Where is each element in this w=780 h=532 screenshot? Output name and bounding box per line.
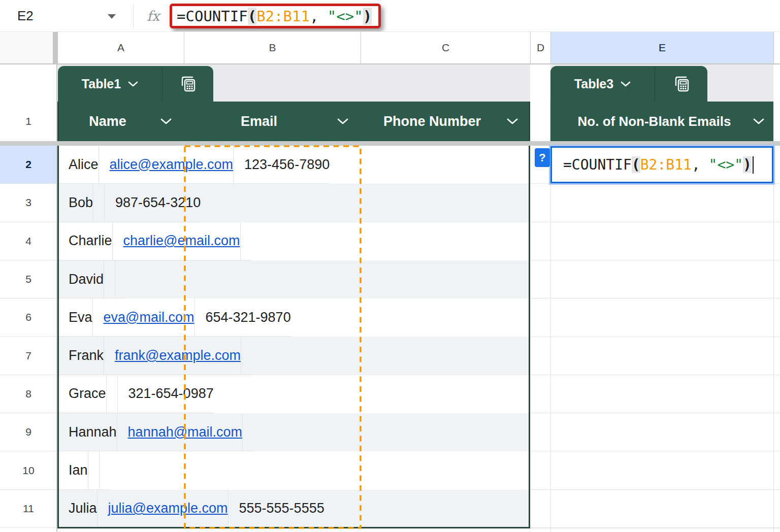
cell-name[interactable]: Julia — [58, 490, 97, 528]
formula-token-plain: , — [692, 156, 709, 173]
cell-name[interactable]: Charlie — [58, 222, 112, 260]
active-cell-e2-editor[interactable]: =COUNTIF(B2:B11, "<>") — [550, 146, 773, 183]
row-header[interactable]: 9 — [0, 413, 57, 451]
gridline — [550, 146, 551, 532]
corner-divider — [53, 32, 58, 63]
sheet-grid-empty[interactable] — [530, 146, 780, 528]
calculator-table-icon — [672, 75, 691, 93]
cell-email[interactable] — [93, 184, 104, 222]
cell-email[interactable] — [104, 260, 115, 298]
cell-name[interactable]: Grace — [58, 375, 106, 413]
select-all-corner[interactable] — [0, 32, 53, 63]
formula-token-range: B2:B11 — [256, 8, 310, 25]
cell-phone[interactable] — [99, 451, 110, 489]
name-value: Julia — [69, 501, 97, 516]
table1-tab-label: Table1 — [82, 77, 121, 91]
cell-email[interactable] — [88, 451, 99, 489]
text-cursor — [753, 156, 754, 174]
formula-token-plain: =COUNTIF — [177, 8, 248, 25]
name-value: Alice — [69, 157, 99, 173]
gridline — [773, 146, 774, 532]
formula-input[interactable]: =COUNTIF(B2:B11, "<>") — [177, 8, 372, 25]
formula-token-paren: ( — [632, 156, 640, 173]
column-header-strip: A B C D E — [0, 31, 780, 64]
name-value: Grace — [69, 386, 106, 402]
range-highlight-b2-b11 — [183, 144, 362, 529]
formula-token-paren: ( — [248, 8, 256, 25]
row-header[interactable]: 3 — [0, 184, 57, 222]
cell-name[interactable]: Hannah — [58, 413, 117, 451]
row-header[interactable]: 11 — [0, 490, 57, 528]
column-header-d[interactable]: D — [530, 32, 550, 63]
name-value: Hannah — [69, 424, 117, 440]
row-header-1[interactable]: 1 — [0, 102, 57, 141]
name-value: Bob — [69, 195, 93, 211]
cell-name[interactable]: Ian — [58, 451, 88, 489]
cell-name[interactable]: Frank — [58, 337, 104, 375]
cell-email[interactable] — [106, 375, 117, 413]
cell-d1[interactable] — [530, 102, 550, 141]
chevron-down-icon[interactable] — [337, 118, 348, 124]
name-box[interactable]: E2 — [17, 0, 34, 31]
column-header-b[interactable]: B — [184, 32, 361, 63]
cell-email[interactable]: eva@mail.com — [92, 298, 194, 337]
chevron-down-icon[interactable] — [621, 81, 631, 87]
formula-token-string: "<>" — [709, 156, 743, 173]
fx-icon: fx — [147, 0, 159, 31]
cell-name[interactable]: Eva — [58, 298, 92, 337]
name-value: David — [69, 272, 104, 287]
formula-token-range: B2:B11 — [640, 156, 692, 173]
spreadsheet-app: E2 fx =COUNTIF(B2:B11, "<>") A B C D E T… — [0, 0, 780, 532]
formula-token-plain: =COUNTIF — [563, 156, 632, 173]
formula-token-plain: , — [310, 8, 328, 25]
chevron-down-icon[interactable] — [753, 118, 764, 124]
table3-tab-label: Table3 — [574, 77, 613, 91]
email-link[interactable]: eva@mail.com — [104, 310, 194, 325]
annotation-red-box: =COUNTIF(B2:B11, "<>") — [170, 4, 381, 28]
chevron-down-icon[interactable] — [507, 118, 518, 124]
name-value: Eva — [69, 310, 92, 325]
name-value: Charlie — [69, 233, 112, 249]
header-cell-non-blank-emails[interactable]: No. of Non-Blank Emails — [550, 102, 773, 141]
formula-bar: E2 fx =COUNTIF(B2:B11, "<>") — [0, 0, 780, 31]
table1-header-row: Name Email Phone Number — [58, 102, 530, 141]
header-cell-phone-number[interactable]: Phone Number — [361, 102, 530, 141]
table3-tab[interactable]: Table3 — [550, 66, 707, 102]
row-header-selected[interactable]: 2 — [0, 146, 57, 184]
row-header[interactable]: 7 — [0, 337, 57, 375]
row-header[interactable]: 6 — [0, 298, 57, 337]
formula-help-button[interactable]: ? — [535, 148, 550, 167]
row-header-column: 234567891011 — [0, 146, 57, 528]
column-header-partial[interactable] — [773, 32, 780, 63]
name-value: Ian — [69, 462, 88, 478]
table1-tab[interactable]: Table1 — [58, 66, 213, 102]
cell-name[interactable]: Bob — [58, 184, 93, 222]
cell-formula-input[interactable]: =COUNTIF(B2:B11, "<>") — [563, 156, 752, 173]
formula-token-paren: ) — [363, 8, 372, 25]
row-header[interactable]: 8 — [0, 375, 57, 413]
frozen-row-divider — [0, 141, 780, 146]
cell-phone[interactable] — [115, 260, 126, 298]
chevron-down-icon[interactable] — [160, 118, 172, 124]
column-header-c[interactable]: C — [361, 32, 530, 63]
formula-token-paren: ) — [743, 156, 752, 173]
row-header[interactable]: 10 — [0, 451, 57, 489]
header-cell-email[interactable]: Email — [184, 102, 361, 141]
name-box-dropdown-icon[interactable] — [108, 14, 116, 19]
header-cell-name[interactable]: Name — [58, 102, 184, 141]
table-chip-button[interactable] — [162, 75, 213, 93]
formula-bar-divider — [133, 5, 134, 27]
column-header-a[interactable]: A — [58, 32, 184, 63]
table1-border-left — [57, 102, 59, 528]
calculator-table-icon — [179, 75, 197, 93]
cell-name[interactable]: Alice — [58, 146, 99, 184]
table1-border-right — [529, 102, 530, 528]
table-chip-button[interactable] — [655, 75, 707, 93]
column-header-e-selected[interactable]: E — [550, 32, 773, 63]
formula-token-string: "<>" — [328, 8, 363, 25]
row-header[interactable]: 5 — [0, 260, 57, 298]
name-value: Frank — [69, 348, 104, 363]
chevron-down-icon[interactable] — [128, 81, 138, 87]
row-header[interactable]: 4 — [0, 222, 57, 260]
cell-name[interactable]: David — [58, 260, 104, 298]
